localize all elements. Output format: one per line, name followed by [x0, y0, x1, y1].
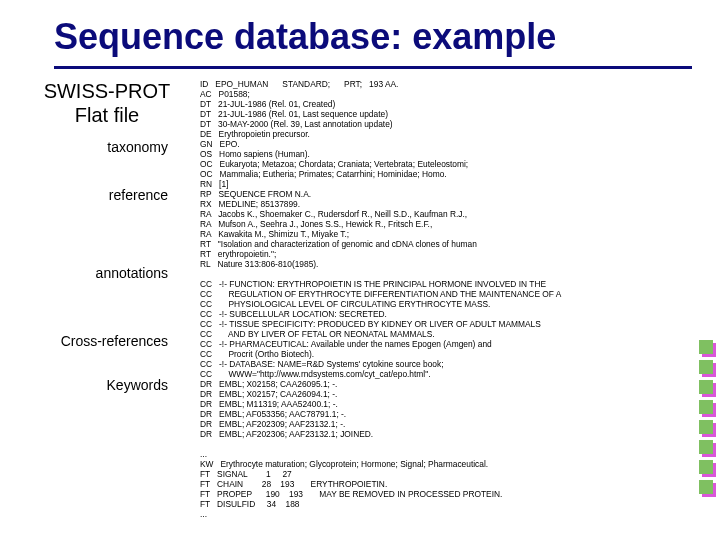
decoration-box-icon: [699, 400, 713, 414]
label-flatfile: Flat file: [22, 103, 192, 127]
record-block-3: ... KW Erythrocyte maturation; Glycoprot…: [200, 449, 502, 519]
record-block-2: CC -!- FUNCTION: ERYTHROPOIETIN IS THE P…: [200, 279, 561, 439]
label-taxonomy: taxonomy: [22, 139, 192, 155]
decoration-box-icon: [699, 440, 713, 454]
decoration-box-icon: [699, 460, 713, 474]
label-annotations: annotations: [22, 265, 192, 281]
label-crossreferences: Cross-references: [22, 333, 192, 349]
decoration-box-icon: [699, 340, 713, 354]
record-block-1: ID EPO_HUMAN STANDARD; PRT; 193 AA. AC P…: [200, 79, 477, 269]
label-swissprot: SWISS-PROT: [22, 79, 192, 103]
label-reference: reference: [22, 187, 192, 203]
content-area: SWISS-PROT Flat file taxonomy reference …: [0, 69, 720, 519]
page-title: Sequence database: example: [0, 0, 720, 62]
decoration-box-icon: [699, 380, 713, 394]
side-labels: SWISS-PROT Flat file taxonomy reference …: [22, 79, 192, 393]
flatfile-record: ID EPO_HUMAN STANDARD; PRT; 193 AA. AC P…: [200, 79, 640, 519]
decoration-box-icon: [699, 360, 713, 374]
decoration-strip: [692, 334, 720, 500]
label-keywords: Keywords: [22, 377, 192, 393]
decoration-box-icon: [699, 480, 713, 494]
decoration-box-icon: [699, 420, 713, 434]
